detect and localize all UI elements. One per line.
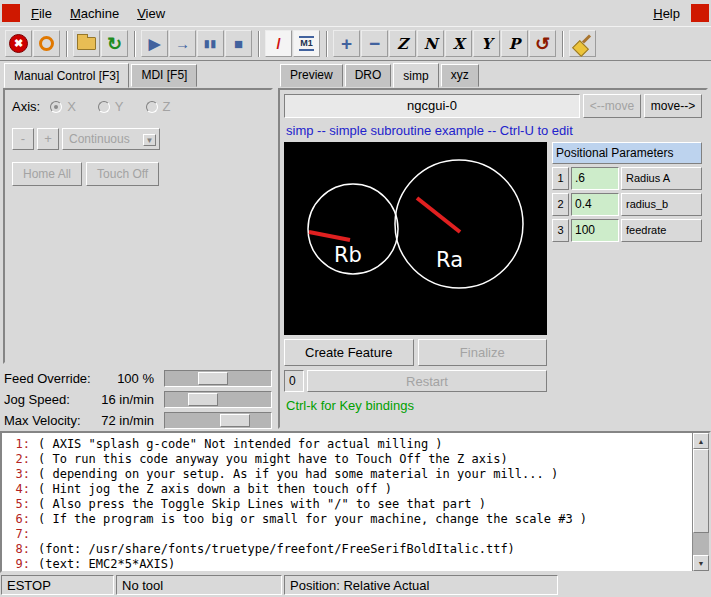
tab-mdi[interactable]: MDI [F5]	[131, 64, 197, 87]
ngcgui-header-row: ngcgui-0 <--move move-->	[284, 94, 702, 118]
gcode-scrollbar[interactable]: ▲ ▼	[692, 433, 709, 571]
move-right-button[interactable]: move-->	[644, 94, 702, 118]
overrides-section: Feed Override: 100 % Jog Speed: 16 in/mi…	[0, 364, 276, 431]
optional-stop-button[interactable]: M1	[293, 30, 320, 57]
scroll-up-icon[interactable]: ▲	[693, 433, 709, 449]
line-number: 9:	[4, 557, 30, 571]
param-value-input[interactable]: .6	[571, 167, 619, 190]
tab-manual-control[interactable]: Manual Control [F3]	[4, 63, 129, 88]
menu-view[interactable]: View	[128, 2, 174, 25]
clear-plot-button[interactable]	[569, 30, 596, 57]
tab-simp[interactable]: simp	[393, 63, 438, 88]
machine-power-button[interactable]	[33, 30, 60, 57]
zoom-out-icon: −	[369, 34, 380, 53]
view-z-icon: Z	[397, 35, 408, 53]
feed-override-slider[interactable]	[164, 370, 272, 387]
gcode-line[interactable]: 9:(text: EMC2*5*AXIS)	[4, 557, 692, 571]
scrollbar-trough[interactable]	[693, 533, 709, 555]
pause-button[interactable]: ▮▮	[197, 30, 224, 57]
line-number: 6:	[4, 512, 30, 526]
slider-handle[interactable]	[198, 372, 228, 385]
axis-x-radio[interactable]: X	[50, 99, 76, 114]
jog-row: - + Continuous ▼	[12, 128, 264, 150]
param-value-input[interactable]: 100	[571, 219, 619, 242]
view-x-button[interactable]: X	[445, 30, 472, 57]
finalize-button[interactable]: Finalize	[418, 339, 548, 366]
ngcgui-frame: ngcgui-0 <--move move--> simp -- simple …	[278, 88, 708, 429]
skip-lines-icon: /	[276, 35, 280, 52]
slider-trough	[164, 391, 272, 408]
toggle-skip-lines-button[interactable]: /	[265, 30, 292, 57]
gcode-line[interactable]: 2:( To run this code anyway you might ha…	[4, 452, 692, 467]
line-number: 5:	[4, 497, 30, 511]
preview-panel: Preview DRO simp xyz ngcgui-0 <--move mo…	[276, 62, 711, 431]
gcode-line[interactable]: 8:(font: /usr/share/fonts/truetype/freef…	[4, 542, 692, 557]
statusbar-filler	[560, 575, 709, 595]
jog-speed-label: Jog Speed:	[4, 392, 98, 407]
power-icon	[39, 36, 54, 51]
subroutine-description: simp -- simple subroutine example -- Ctr…	[284, 122, 702, 138]
slider-handle[interactable]	[220, 414, 250, 427]
gcode-line[interactable]: 4:( Hint jog the Z axis down a bit then …	[4, 482, 692, 497]
stop-button[interactable]: ■	[225, 30, 252, 57]
view-p-button[interactable]: P	[501, 30, 528, 57]
menu-machine[interactable]: Machine	[61, 2, 128, 25]
axis-z-label: Z	[163, 99, 171, 114]
tab-xyz[interactable]: xyz	[441, 64, 479, 87]
restart-button[interactable]: Restart	[307, 370, 547, 392]
create-feature-button[interactable]: Create Feature	[284, 339, 414, 366]
open-file-button[interactable]	[73, 30, 100, 57]
scroll-down-icon[interactable]: ▼	[693, 555, 709, 571]
view-y-button[interactable]: Y	[473, 30, 500, 57]
ngcgui-content-row: Rb Ra Positional Parameters 1 .6 Radius …	[284, 142, 702, 335]
scrollbar-thumb[interactable]	[693, 449, 709, 533]
jog-mode-select[interactable]: Continuous ▼	[62, 128, 160, 150]
jog-plus-button[interactable]: +	[37, 128, 59, 150]
gcode-line[interactable]: 7:	[4, 527, 692, 542]
gcode-line[interactable]: 3:( depending on your setup. As if you h…	[4, 467, 692, 482]
estop-icon: ✖	[9, 34, 28, 53]
run-button[interactable]: ▶	[141, 30, 168, 57]
slider-trough	[164, 412, 272, 429]
touch-off-button[interactable]: Touch Off	[86, 162, 159, 186]
zoom-in-button[interactable]: +	[333, 30, 360, 57]
line-text: ( Hint jog the Z axis down a bit then to…	[38, 482, 392, 496]
jog-minus-button[interactable]: -	[12, 128, 34, 150]
axis-z-radio[interactable]: Z	[146, 99, 171, 114]
param-index: 1	[552, 167, 569, 190]
subroutine-preview-canvas[interactable]: Rb Ra	[284, 142, 547, 335]
jog-speed-value: 16 in/min	[98, 392, 164, 407]
rotate-view-button[interactable]: ↺	[529, 30, 556, 57]
ngcgui-tab-name-input[interactable]: ngcgui-0	[284, 94, 580, 118]
gcode-line[interactable]: 1:( AXIS "splash g-code" Not intended fo…	[4, 437, 692, 452]
tab-dro[interactable]: DRO	[345, 64, 392, 87]
tab-preview[interactable]: Preview	[280, 64, 343, 87]
large-circle-label: Ra	[436, 248, 463, 272]
param-name-label: Radius A	[621, 167, 702, 190]
zoom-out-button[interactable]: −	[361, 30, 388, 57]
view-z2-button[interactable]: N	[417, 30, 444, 57]
slider-handle[interactable]	[188, 393, 218, 406]
gcode-line[interactable]: 5:( Also press the Toggle Skip Lines wit…	[4, 497, 692, 512]
jog-speed-slider[interactable]	[164, 391, 272, 408]
home-all-button[interactable]: Home All	[12, 162, 82, 186]
view-z-button[interactable]: Z	[389, 30, 416, 57]
max-velocity-slider[interactable]	[164, 412, 272, 429]
restart-count-field[interactable]: 0	[284, 370, 304, 392]
folder-icon	[77, 37, 96, 50]
menu-help[interactable]: Help	[644, 2, 689, 25]
axis-y-radio[interactable]: Y	[98, 99, 124, 114]
move-left-button[interactable]: <--move	[583, 94, 641, 118]
axis-y-label: Y	[115, 99, 124, 114]
axis-selector-row: Axis: X Y Z	[12, 99, 264, 114]
reload-button[interactable]: ↻	[101, 30, 128, 57]
toolbar-separator	[66, 31, 68, 57]
param-value-input[interactable]: 0.4	[571, 193, 619, 216]
gcode-text[interactable]: 1:( AXIS "splash g-code" Not intended fo…	[2, 433, 692, 571]
estop-button[interactable]: ✖	[5, 30, 32, 57]
menu-file[interactable]: File	[22, 2, 61, 25]
manual-control-frame: Axis: X Y Z - +	[3, 88, 273, 364]
control-tabbar: Manual Control [F3] MDI [F5]	[0, 62, 276, 87]
gcode-line[interactable]: 6:( If the program is too big or small f…	[4, 512, 692, 527]
step-button[interactable]: →	[169, 30, 196, 57]
